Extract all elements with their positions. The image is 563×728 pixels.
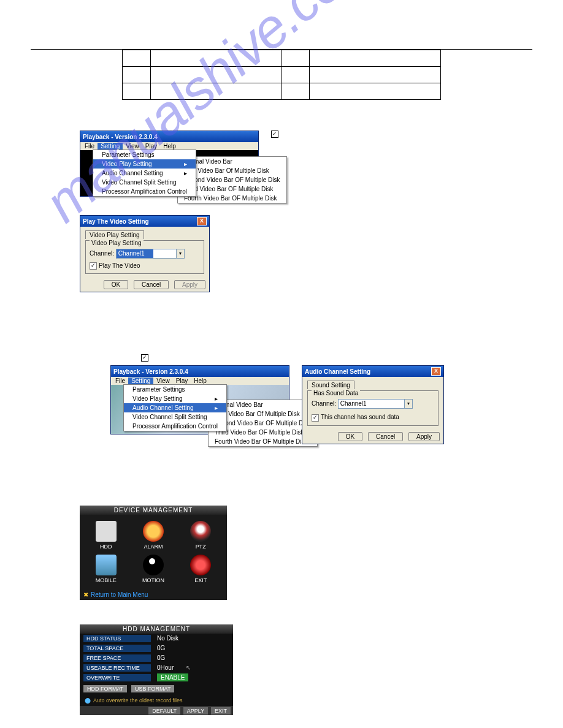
alarm-icon (143, 521, 164, 542)
setting-dropdown-1[interactable]: Parameter Settings Video Play Setting▸ A… (93, 150, 196, 197)
device-footer: ✖Return to Main Menu (80, 590, 227, 600)
hdd-row-overwrite: OVERWRITE ENABLE (80, 673, 233, 683)
mobile-icon (96, 555, 117, 575)
menu-setting[interactable]: Setting (98, 143, 123, 150)
device-alarm[interactable]: ALARM (132, 521, 175, 550)
cancel-button[interactable]: Cancel (134, 280, 169, 289)
audio-channel-combo[interactable]: Channel1 (338, 399, 413, 409)
close-icon[interactable]: X (431, 367, 441, 376)
audio-setting-dialog: Audio Channel Setting X Sound Setting Ha… (302, 365, 444, 444)
menu-play[interactable]: Play (142, 143, 160, 150)
audio-dialog-titlebar: Audio Channel Setting X (302, 366, 443, 377)
video-setting-dialog: Play The Video Setting X Video Play Sett… (80, 215, 210, 292)
menu2-view[interactable]: View (153, 377, 173, 384)
title-text-1: Playback - Version 2.3.0.4 (83, 134, 158, 140)
dd1-item-2[interactable]: Audio Channel Setting▸ (93, 169, 196, 178)
ok-button[interactable]: OK (104, 280, 128, 289)
has-sound-checkbox[interactable]: ✓This channel has sound data (312, 414, 434, 421)
menu2-setting[interactable]: Setting (128, 377, 153, 384)
menu-file[interactable]: File (82, 143, 98, 150)
device-title: DEVICE MANAGEMENT (80, 506, 227, 515)
device-motion[interactable]: MOTION (132, 555, 175, 583)
dd1-item-3[interactable]: Video Channel Split Setting (93, 178, 196, 187)
hdd-row-free: FREE SPACE 0G (80, 653, 233, 663)
device-management-panel: DEVICE MANAGEMENT HDD ALARM PTZ MOBILE (80, 506, 227, 600)
apply-button[interactable]: Apply (174, 280, 205, 289)
video-dialog-title: Play The Video Setting (83, 218, 149, 225)
playback-window-2: Playback - Version 2.3.0.4 FileSettingVi… (110, 365, 289, 434)
close-icon[interactable]: X (197, 217, 207, 226)
device-hdd[interactable]: HDD (85, 521, 128, 550)
device-ptz[interactable]: PTZ (179, 521, 222, 550)
channel-combo[interactable]: Channel1 (116, 249, 185, 259)
device-mobile[interactable]: MOBILE (85, 555, 128, 583)
dd2-item-1[interactable]: Video Play Setting▸ (124, 394, 226, 403)
dd2-item-2[interactable]: Audio Channel Setting▸ (124, 403, 226, 412)
exit-button[interactable]: EXIT (211, 707, 231, 715)
device-exit[interactable]: EXIT (179, 555, 222, 583)
inline-checkbox-2: ✓ (141, 354, 148, 362)
hdd-bottom-bar: DEFAULT APPLY EXIT (80, 706, 233, 715)
inline-checkbox-1: ✓ (271, 131, 278, 138)
info-icon: ✖ (83, 591, 88, 598)
menu2-help[interactable]: Help (191, 377, 210, 384)
hdd-row-status: HDD STATUS No Disk (80, 634, 233, 643)
video-tab[interactable]: Video Play Setting (85, 230, 144, 239)
hdd-row-rectime: USEABLE REC TIME 0Hour ↖ (80, 663, 233, 673)
hdd-management-panel: HDD MANAGEMENT HDD STATUS No Disk TOTAL … (80, 624, 233, 715)
channel-label: Channel: (90, 250, 114, 257)
apply-button[interactable]: APPLY (183, 707, 208, 715)
setting-dropdown-2[interactable]: Parameter Settings Video Play Setting▸ A… (123, 384, 227, 431)
audio-ok-button[interactable]: OK (338, 432, 362, 441)
titlebar-1: Playback - Version 2.3.0.4 (80, 131, 258, 142)
cursor-icon: ↖ (186, 664, 191, 671)
audio-cancel-button[interactable]: Cancel (368, 432, 403, 441)
dd2-item-0[interactable]: Parameter Settings (124, 385, 226, 394)
audio-apply-button[interactable]: Apply (408, 432, 440, 441)
sound-tab[interactable]: Sound Setting (307, 381, 354, 389)
video-group-legend: Video Play Setting (90, 240, 144, 246)
menu2-file[interactable]: File (112, 377, 128, 384)
sm2-4[interactable]: Fourth Video Bar OF Multiple Disk (209, 437, 317, 446)
overwrite-select[interactable]: ENABLE (157, 673, 188, 681)
default-button[interactable]: DEFAULT (148, 707, 180, 715)
audio-dialog-title: Audio Channel Setting (305, 368, 370, 375)
hdd-row-total: TOTAL SPACE 0G (80, 643, 233, 653)
audio-channel-label: Channel: (312, 400, 336, 407)
titlebar-2: Playback - Version 2.3.0.4 (111, 366, 289, 377)
menu-view[interactable]: View (123, 143, 142, 150)
hdd-title: HDD MANAGEMENT (80, 624, 233, 634)
dd1-item-1[interactable]: Video Play Setting▸ (93, 159, 196, 169)
dd2-item-3[interactable]: Video Channel Split Setting (124, 412, 226, 422)
playback-window-1: Playback - Version 2.3.0.4 FileSettingVi… (80, 131, 259, 197)
motion-icon (143, 555, 164, 575)
play-video-checkbox[interactable]: ✓Play The Video (90, 262, 200, 270)
dd2-item-4[interactable]: Processor Amplification Control (124, 422, 226, 431)
video-dialog-titlebar: Play The Video Setting X (80, 216, 209, 227)
usb-format-button[interactable]: USB FORMAT (131, 685, 174, 692)
title-text-2: Playback - Version 2.3.0.4 (113, 368, 188, 375)
exit-icon (190, 555, 211, 575)
hdd-icon (96, 521, 117, 542)
audio-group-legend: Has Sound Data (312, 390, 360, 396)
hdd-note: ⬤Auto overwrite the oldest record files (80, 695, 233, 706)
dd1-item-0[interactable]: Parameter Settings (93, 150, 196, 159)
dd1-item-4[interactable]: Processor Amplification Control (93, 187, 196, 196)
hdd-format-button[interactable]: HDD FORMAT (83, 685, 127, 692)
ptz-icon (190, 521, 211, 542)
empty-table (122, 50, 441, 100)
menu-help[interactable]: Help (160, 143, 179, 150)
menu2-play[interactable]: Play (173, 377, 191, 384)
note-icon: ⬤ (85, 697, 91, 703)
